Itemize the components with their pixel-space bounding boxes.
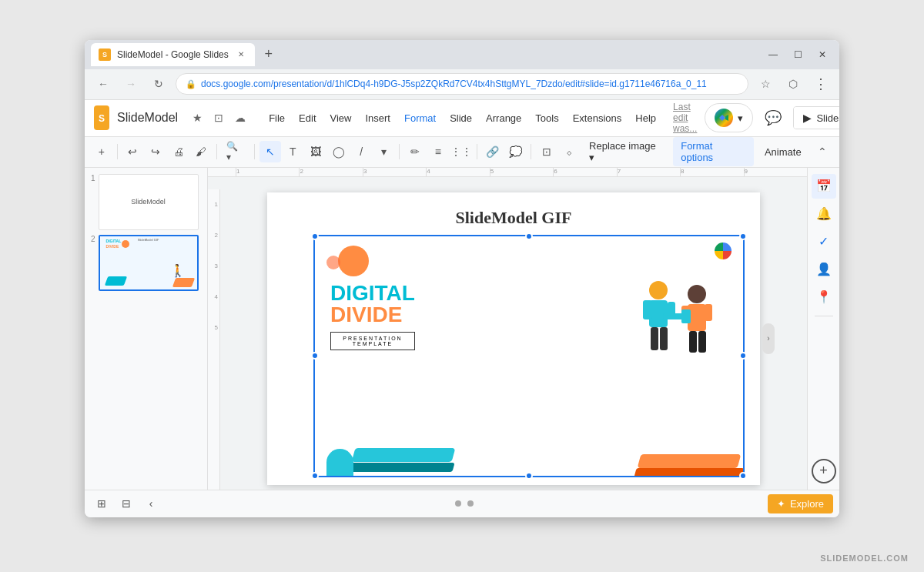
toolbar-crop-button[interactable]: ⊡ — [536, 141, 557, 162]
format-options-button[interactable]: Format options — [673, 137, 754, 166]
image-selection-box[interactable]: DIGITAL DIVIDE PRESENTATION TEMPLATE — [313, 235, 745, 477]
add-to-drive-icon[interactable]: ⊡ — [210, 109, 227, 126]
menu-extensions[interactable]: Extensions — [567, 109, 628, 127]
menu-edit[interactable]: Edit — [293, 109, 322, 127]
slide-2-number: 2 — [91, 235, 95, 243]
new-tab-button[interactable]: + — [258, 44, 280, 65]
svg-rect-12 — [705, 304, 712, 321]
right-panel-tasks-icon[interactable]: ✓ — [812, 229, 836, 254]
cloud-icon[interactable]: ☁ — [232, 109, 249, 126]
pagination-dot-1 — [455, 500, 461, 507]
selection-handle-bottom-center[interactable] — [525, 472, 533, 480]
toolbar-pen-button[interactable]: ✏ — [404, 141, 426, 162]
browser-tab[interactable]: S SlideModel - Google Slides ✕ — [91, 43, 255, 66]
toolbar-link-button[interactable]: 🔗 — [482, 141, 504, 162]
app-header: S SlideModel ★ ⊡ ☁ File Edit View Insert… — [85, 100, 839, 137]
selection-handle-right[interactable] — [739, 352, 747, 360]
browser-window: S SlideModel - Google Slides ✕ + — ☐ ✕ ←… — [85, 40, 839, 517]
tab-close-button[interactable]: ✕ — [235, 49, 247, 61]
tab-favicon: S — [99, 49, 111, 61]
svg-point-3 — [649, 281, 668, 299]
header-icons: ★ ⊡ ☁ — [189, 109, 249, 126]
slide-1-thumbnail[interactable]: SlideModel — [99, 174, 199, 230]
toolbar-collapse-button[interactable]: ⌃ — [812, 141, 833, 162]
menu-file[interactable]: File — [263, 109, 291, 127]
right-panel-add-button[interactable]: + — [812, 459, 836, 483]
toolbar-separator-4 — [399, 144, 400, 159]
selection-handle-bottom-right[interactable] — [739, 472, 747, 480]
url-bar[interactable]: 🔒 docs.google.com/presentation/d/1hlCDq4… — [176, 73, 748, 95]
toolbar-separator-5 — [477, 144, 477, 159]
selection-handle-bottom-left[interactable] — [311, 472, 319, 480]
refresh-button[interactable]: ↻ — [148, 73, 169, 95]
replace-image-button[interactable]: Replace image ▾ — [581, 137, 670, 166]
right-panel-contacts-icon[interactable]: 👤 — [812, 257, 836, 282]
right-panel-notification-icon[interactable]: 🔔 — [812, 202, 836, 226]
menu-tools[interactable]: Tools — [529, 109, 564, 127]
menu-format[interactable]: Format — [398, 109, 442, 127]
toolbar-line-button[interactable]: / — [350, 141, 372, 162]
slide-text-area: DIGITAL DIVIDE PRESENTATION TEMPLATE — [330, 283, 415, 350]
svg-rect-16 — [681, 309, 691, 323]
toolbar-separator-2 — [216, 144, 217, 159]
right-panel-calendar-icon[interactable]: 📅 — [812, 174, 836, 199]
header-right: ▾ 💬 ▶ Slideshow ▾ 🔒 Share — [705, 103, 839, 132]
toolbar-separator-6 — [531, 144, 531, 159]
toolbar-undo-button[interactable]: ↩ — [122, 141, 144, 162]
meet-label: ▾ — [738, 112, 743, 124]
toolbar-dropdown2-button[interactable]: ▾ — [373, 141, 395, 162]
minimize-button[interactable]: — — [762, 44, 784, 65]
menu-insert[interactable]: Insert — [359, 109, 397, 127]
toolbar-add-button[interactable]: + — [91, 141, 112, 162]
toolbar-zoom-dropdown[interactable]: 🔍 ▾ — [222, 138, 249, 166]
meet-button[interactable]: ▾ — [705, 103, 753, 132]
explore-label: Explore — [790, 498, 824, 510]
slideshow-main-button[interactable]: ▶ Slideshow — [794, 107, 839, 129]
collapse-panel-button[interactable]: ‹ — [140, 493, 162, 514]
slide-2-thumbnail[interactable]: DIGITAL DIVIDE SlideModel GIF 🚶 — [99, 235, 199, 291]
menu-view[interactable]: View — [324, 109, 358, 127]
svg-point-9 — [688, 285, 706, 303]
explore-button[interactable]: ✦ Explore — [768, 494, 833, 513]
toolbar-textbox-button[interactable]: T — [283, 141, 304, 162]
maximize-button[interactable]: ☐ — [787, 44, 808, 65]
filmstrip-view-button[interactable]: ⊞ — [91, 493, 112, 514]
right-panel-maps-icon[interactable]: 📍 — [812, 285, 836, 309]
toolbar-image-button[interactable]: 🖼 — [305, 141, 326, 162]
forward-button[interactable]: → — [120, 73, 142, 95]
star-icon[interactable]: ★ — [189, 109, 206, 126]
browser-more-button[interactable]: ⋮ — [810, 73, 832, 95]
menu-help[interactable]: Help — [629, 109, 662, 127]
slideshow-button-group: ▶ Slideshow ▾ — [793, 106, 839, 129]
cast-button[interactable]: ⬡ — [782, 73, 804, 95]
toolbar-paintformat-button[interactable]: 🖌 — [190, 141, 212, 162]
toolbar-select-button[interactable]: ↖ — [259, 141, 281, 162]
slide-canvas[interactable]: SlideModel GIF — [267, 192, 760, 485]
play-icon: ▶ — [803, 112, 812, 124]
lock-icon: 🔒 — [186, 79, 196, 89]
toolbar-redo-button[interactable]: ↪ — [145, 141, 166, 162]
toolbar-align-button[interactable]: ≡ — [427, 141, 449, 162]
figures-svg — [581, 263, 735, 402]
meet-icon — [715, 109, 733, 127]
selection-handle-left[interactable] — [311, 352, 319, 360]
back-button[interactable]: ← — [92, 73, 114, 95]
toolbar-print-button[interactable]: 🖨 — [168, 141, 189, 162]
menu-slide[interactable]: Slide — [444, 109, 478, 127]
selection-handle-top-right[interactable] — [739, 232, 747, 240]
small-circle-decoration — [326, 256, 340, 269]
menu-arrange[interactable]: Arrange — [480, 109, 527, 127]
canvas-expand-button[interactable]: › — [762, 323, 775, 354]
toolbar-align2-button[interactable]: ⋮⋮ — [450, 141, 472, 162]
selection-handle-top-left[interactable] — [311, 232, 319, 240]
selection-handle-top-center[interactable] — [525, 232, 533, 240]
close-button[interactable]: ✕ — [812, 44, 833, 65]
comment-button[interactable]: 💬 — [759, 104, 787, 132]
grid-view-button[interactable]: ⊟ — [116, 493, 137, 514]
toolbar-comment-button[interactable]: 💭 — [504, 141, 526, 162]
toolbar-shapes-button[interactable]: ◯ — [328, 141, 350, 162]
animate-button[interactable]: Animate — [757, 143, 809, 161]
bookmark-button[interactable]: ☆ — [755, 73, 776, 95]
toolbar-mask-button[interactable]: ⬦ — [558, 141, 580, 162]
last-edit-status[interactable]: Last edit was... — [673, 102, 697, 134]
